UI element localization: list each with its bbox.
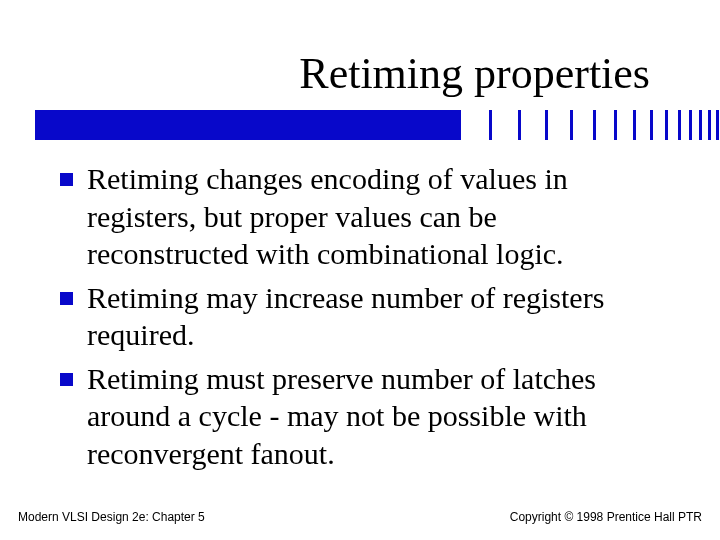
square-bullet-icon	[60, 292, 73, 305]
divider-tick	[708, 110, 711, 140]
divider-tick	[545, 110, 548, 140]
divider-tick	[716, 110, 719, 140]
divider-tick	[458, 110, 461, 140]
list-item: Retiming may increase number of register…	[60, 279, 665, 354]
bullet-text: Retiming must preserve number of latches…	[87, 360, 665, 473]
divider-tick	[699, 110, 702, 140]
list-item: Retiming changes encoding of values in r…	[60, 160, 665, 273]
square-bullet-icon	[60, 173, 73, 186]
divider-tick	[665, 110, 668, 140]
divider-bar	[35, 110, 685, 140]
divider-tick	[689, 110, 692, 140]
divider-solid	[35, 110, 458, 140]
divider-tick	[593, 110, 596, 140]
slide-title: Retiming properties	[299, 48, 650, 99]
bullet-text: Retiming may increase number of register…	[87, 279, 665, 354]
divider-tick	[570, 110, 573, 140]
footer-right: Copyright © 1998 Prentice Hall PTR	[510, 510, 702, 524]
bullet-text: Retiming changes encoding of values in r…	[87, 160, 665, 273]
square-bullet-icon	[60, 373, 73, 386]
divider-tick	[633, 110, 636, 140]
body: Retiming changes encoding of values in r…	[60, 160, 665, 478]
divider-tick	[489, 110, 492, 140]
divider-ticks	[458, 110, 686, 140]
divider-tick	[650, 110, 653, 140]
list-item: Retiming must preserve number of latches…	[60, 360, 665, 473]
slide: Retiming properties Retiming changes enc…	[0, 0, 720, 540]
divider-tick	[614, 110, 617, 140]
divider-tick	[518, 110, 521, 140]
divider-tick	[678, 110, 681, 140]
footer-left: Modern VLSI Design 2e: Chapter 5	[18, 510, 205, 524]
